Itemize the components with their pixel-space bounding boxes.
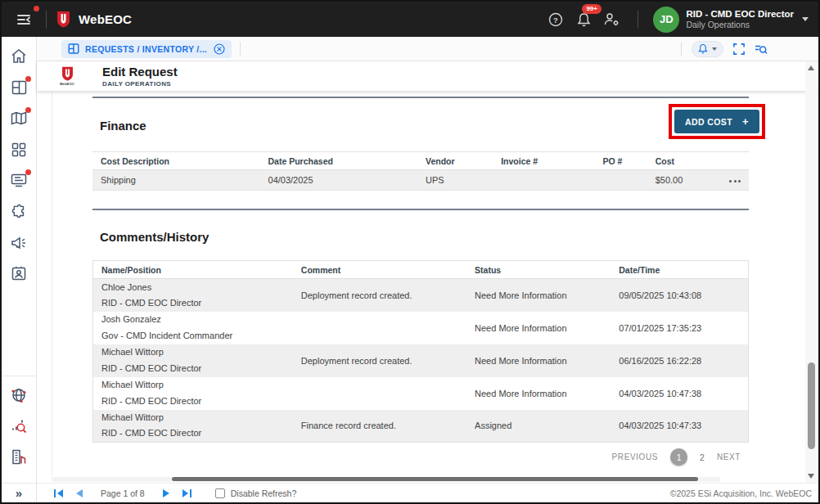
page-2-button[interactable]: 2 bbox=[700, 452, 705, 462]
sidebar-item-home[interactable] bbox=[10, 47, 28, 65]
previous-page-nav-button[interactable] bbox=[72, 487, 85, 500]
boards-notification-dot bbox=[25, 76, 31, 82]
page-1-button[interactable]: 1 bbox=[670, 448, 687, 466]
vertical-scrollbar-thumb[interactable] bbox=[808, 362, 815, 449]
comment-row: Michael WittorpRID - CMD EOC Director De… bbox=[93, 344, 749, 377]
scroll-up-arrow-icon[interactable] bbox=[808, 65, 814, 70]
column-header: Name/Position bbox=[93, 261, 293, 279]
form-card: Finance ADD COST+ Cost Description Date … bbox=[90, 91, 765, 483]
comment-cell: Deployment record created. bbox=[293, 279, 466, 312]
previous-page-button[interactable]: PREVIOUS bbox=[612, 452, 658, 461]
commenter-name: Michael Wittorp bbox=[101, 410, 293, 425]
column-header: Cost bbox=[647, 152, 716, 170]
sidebar-divider bbox=[2, 376, 37, 376]
status-cell: Need More Information bbox=[466, 344, 610, 377]
tab-requests-inventory[interactable]: REQUESTS / INVENTORY /... bbox=[61, 40, 232, 58]
po-cell bbox=[595, 170, 647, 191]
commenter-name: Michael Wittorp bbox=[101, 344, 293, 360]
comment-cell: Deployment record created. bbox=[293, 344, 466, 377]
disable-refresh-checkbox[interactable] bbox=[215, 488, 225, 498]
comments-heading: Comments/History bbox=[100, 230, 209, 244]
sidebar-rail: » bbox=[2, 37, 37, 502]
sidebar-item-messages[interactable] bbox=[10, 172, 28, 189]
board-search-icon[interactable] bbox=[755, 43, 768, 55]
comment-cell bbox=[293, 312, 466, 344]
horizontal-scrollbar[interactable] bbox=[52, 477, 720, 482]
board-header: WebEOC Edit Request DAILY OPERATIONS bbox=[37, 61, 818, 91]
finance-table: Cost Description Date Purchased Vendor I… bbox=[92, 151, 749, 191]
sidebar-item-apps[interactable] bbox=[10, 141, 28, 158]
sidebar-item-boards[interactable] bbox=[10, 79, 28, 96]
sidebar-expand-icon[interactable]: » bbox=[2, 483, 37, 502]
column-header: PO # bbox=[595, 152, 647, 170]
main-area: REQUESTS / INVENTORY /... bbox=[37, 37, 818, 502]
comment-cell bbox=[293, 377, 466, 410]
datetime-cell: 07/01/2025 17:35:23 bbox=[610, 312, 748, 344]
menu-notification-dot bbox=[34, 6, 39, 11]
commenter-name: Josh Gonzalez bbox=[101, 312, 293, 327]
commenter-position: RID - CMD EOC Director bbox=[101, 361, 293, 376]
vendor-cell: UPS bbox=[417, 170, 493, 191]
commenter-name: Chloe Jones bbox=[101, 280, 293, 295]
topbar-divider bbox=[46, 11, 47, 29]
help-icon[interactable]: ? bbox=[544, 8, 567, 31]
avatar: JD bbox=[653, 7, 679, 33]
fullscreen-icon[interactable] bbox=[733, 43, 745, 55]
tab-label: REQUESTS / INVENTORY /... bbox=[85, 44, 207, 54]
vertical-scrollbar[interactable] bbox=[805, 61, 818, 483]
column-header: Status bbox=[466, 261, 610, 279]
status-bar: Page 1 of 8 Disable Refresh? ©2025 ESi A… bbox=[37, 483, 818, 502]
menu-collapse-icon[interactable] bbox=[13, 8, 36, 31]
datetime-cell: 06/16/2025 16:22:28 bbox=[610, 344, 748, 377]
user-incident-label: Daily Operations bbox=[686, 20, 794, 30]
column-header-actions bbox=[716, 152, 749, 170]
webeoc-logo-icon bbox=[56, 11, 70, 28]
webeoc-window: WebEOC ? 99+ JD RID - CMD EOC Director D… bbox=[0, 0, 820, 504]
sidebar-item-global[interactable] bbox=[10, 386, 28, 403]
page-subtitle: DAILY OPERATIONS bbox=[102, 80, 178, 88]
column-header: Date/Time bbox=[610, 261, 748, 279]
toolbar-divider bbox=[681, 43, 682, 56]
add-cost-button[interactable]: ADD COST+ bbox=[674, 110, 759, 133]
status-cell: Need More Information bbox=[466, 279, 610, 312]
notifications-bell-icon[interactable]: 99+ bbox=[572, 8, 595, 31]
sidebar-item-search-reports[interactable] bbox=[10, 417, 28, 434]
column-header: Cost Description bbox=[92, 152, 260, 170]
top-app-bar: WebEOC ? 99+ JD RID - CMD EOC Director D… bbox=[2, 2, 818, 37]
sidebar-item-plugins[interactable] bbox=[10, 203, 28, 220]
plus-icon: + bbox=[742, 116, 749, 127]
cost-description-cell: Shipping bbox=[92, 170, 260, 191]
scroll-down-arrow-icon[interactable] bbox=[808, 474, 814, 479]
column-header: Comment bbox=[293, 261, 466, 279]
sidebar-item-contacts[interactable] bbox=[10, 265, 28, 282]
first-page-button[interactable] bbox=[52, 487, 65, 500]
content-left-rule bbox=[52, 91, 52, 476]
datetime-cell: 04/03/2025 10:47:38 bbox=[610, 377, 748, 410]
svg-text:?: ? bbox=[553, 15, 558, 24]
section-rule-top bbox=[92, 97, 749, 98]
sidebar-item-announcements[interactable] bbox=[10, 234, 28, 251]
app-title: WebEOC bbox=[79, 12, 132, 26]
user-menu[interactable]: JD RID - CMD EOC Director Daily Operatio… bbox=[653, 7, 809, 33]
sidebar-item-organization[interactable] bbox=[10, 448, 28, 466]
column-header: Vendor bbox=[417, 152, 493, 170]
last-page-button[interactable] bbox=[181, 487, 194, 500]
tab-close-icon[interactable] bbox=[214, 43, 225, 55]
row-actions-icon[interactable] bbox=[729, 180, 741, 182]
sidebar-item-maps[interactable] bbox=[10, 110, 28, 127]
topbar-divider-2 bbox=[638, 11, 638, 29]
chevron-down-icon bbox=[712, 47, 717, 51]
next-page-nav-button[interactable] bbox=[160, 487, 173, 500]
user-admin-icon[interactable] bbox=[600, 8, 623, 31]
chevron-down-icon bbox=[802, 17, 809, 21]
status-cell: Assigned bbox=[466, 410, 610, 443]
board-logo-text: WebEOC bbox=[60, 82, 74, 86]
horizontal-scrollbar-thumb[interactable] bbox=[172, 477, 698, 481]
commenter-position: RID - CMD EOC Director bbox=[101, 394, 293, 409]
next-page-button[interactable]: NEXT bbox=[717, 452, 741, 461]
comment-cell: Finance record created. bbox=[293, 410, 466, 443]
board-tab-icon bbox=[68, 43, 79, 54]
board-notifications-dropdown[interactable] bbox=[692, 41, 723, 57]
page-indicator: Page 1 of 8 bbox=[101, 488, 145, 498]
datetime-cell: 09/05/2025 10:43:08 bbox=[610, 279, 748, 312]
